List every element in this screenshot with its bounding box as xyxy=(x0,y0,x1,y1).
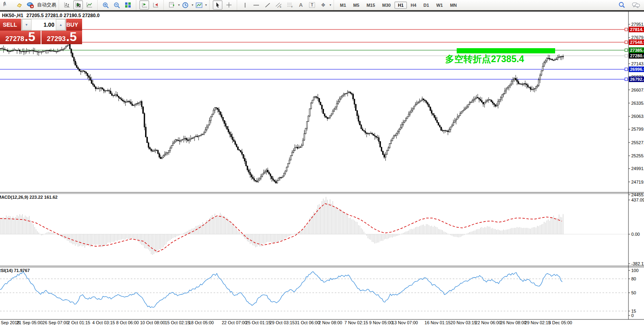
bar-chart-icon[interactable] xyxy=(62,0,72,10)
line-chart-icon[interactable] xyxy=(84,0,94,10)
arrows-dropdown-arrow[interactable]: ▾ xyxy=(330,3,331,7)
trendline-icon[interactable] xyxy=(263,0,272,10)
zoom-in-icon[interactable] xyxy=(101,0,110,10)
candle-bear xyxy=(273,179,274,180)
candle-bull xyxy=(446,131,447,131)
candle-bear xyxy=(19,50,20,51)
candle-bull xyxy=(412,108,413,110)
autotrading-label[interactable]: 自动交易 xyxy=(37,2,56,8)
candle-bear xyxy=(519,84,520,84)
periods-icon[interactable] xyxy=(181,0,190,10)
candle-bear xyxy=(216,108,217,108)
candlestick-chart-icon[interactable] xyxy=(73,0,83,10)
candle-bear xyxy=(129,101,130,102)
candle-bull xyxy=(391,141,392,143)
svg-text:F: F xyxy=(291,6,293,8)
candle-bear xyxy=(178,140,179,141)
volume-input[interactable] xyxy=(31,19,56,30)
candle-bull xyxy=(298,147,300,148)
candle-bear xyxy=(84,71,86,72)
candle-bull xyxy=(185,138,186,139)
timeframe-button-m5[interactable]: M5 xyxy=(350,2,362,9)
candle-bear xyxy=(110,91,111,94)
horizontal-line-icon[interactable] xyxy=(251,0,261,10)
price-chart-canvas[interactable]: 27951.027679.027143.026871.026607.026335… xyxy=(0,0,644,325)
candle-bull xyxy=(408,114,409,117)
new-order-icon[interactable] xyxy=(167,0,177,10)
templates-icon[interactable] xyxy=(194,0,204,10)
candle-bull xyxy=(195,136,196,137)
timeframe-button-m15[interactable]: M15 xyxy=(363,2,378,9)
candle-bear xyxy=(80,71,81,71)
crosshair-icon[interactable] xyxy=(224,0,234,10)
candle-bull xyxy=(544,62,545,66)
candle-bull xyxy=(389,144,391,148)
buy-price[interactable]: 27293.5 xyxy=(41,31,82,44)
volume-stepper: ▼ ▲ xyxy=(22,19,66,31)
candle-bear xyxy=(515,78,516,80)
tile-windows-icon[interactable] xyxy=(123,0,133,10)
price-tick-label: 24991.0 xyxy=(631,166,644,171)
chat-icon[interactable] xyxy=(631,0,641,10)
search-icon[interactable] xyxy=(617,0,626,10)
sell-price[interactable]: 27278.5 xyxy=(0,31,41,44)
candle-bull xyxy=(554,59,556,60)
text-icon[interactable]: A xyxy=(296,0,306,10)
candle-bull xyxy=(288,164,289,167)
new-order-button-partial[interactable]: 单 xyxy=(3,0,13,10)
candle-bear xyxy=(88,76,90,77)
candle-bull xyxy=(414,106,415,108)
candle-bull xyxy=(507,87,508,89)
periods-dropdown-arrow[interactable]: ▾ xyxy=(192,3,193,7)
candle-bull xyxy=(410,112,411,114)
candle-bear xyxy=(240,151,242,152)
candle-bear xyxy=(52,51,53,51)
templates-dropdown-arrow[interactable]: ▾ xyxy=(205,3,207,7)
candle-bull xyxy=(289,160,290,164)
autotrading-icon[interactable] xyxy=(26,0,35,10)
volume-increase-button[interactable]: ▲ xyxy=(56,19,65,30)
volume-decrease-button[interactable]: ▼ xyxy=(22,19,31,30)
vertical-line-icon[interactable] xyxy=(240,0,250,10)
candle-bull xyxy=(407,117,408,119)
candle-bull xyxy=(265,172,266,173)
new-order-dropdown-arrow[interactable]: ▾ xyxy=(178,3,180,7)
candle-bull xyxy=(175,140,176,142)
data-window-icon[interactable] xyxy=(14,0,24,10)
candle-bear xyxy=(148,143,149,147)
candle-bull xyxy=(305,128,306,133)
timeframe-button-h1[interactable]: H1 xyxy=(395,2,406,9)
candle-bear xyxy=(439,125,440,127)
candle-bull xyxy=(385,154,386,157)
candle-bear xyxy=(530,87,531,89)
candle-bull xyxy=(457,117,458,119)
candle-bull xyxy=(206,127,208,130)
zoom-out-icon[interactable] xyxy=(112,0,122,10)
arrows-tool-icon[interactable]: ❖ xyxy=(318,0,328,10)
candle-bull xyxy=(295,148,296,151)
timeframe-button-m1[interactable]: M1 xyxy=(337,2,349,9)
cursor-icon[interactable] xyxy=(213,0,222,10)
candle-bull xyxy=(126,101,128,102)
timeframe-button-w1[interactable]: W1 xyxy=(433,2,446,9)
timeframe-button-mn[interactable]: MN xyxy=(447,2,460,9)
text-label-icon[interactable]: T xyxy=(307,0,317,10)
candle-bull xyxy=(542,66,544,70)
candle-bear xyxy=(324,114,325,116)
timeframe-button-d1[interactable]: D1 xyxy=(420,2,432,9)
candle-bull xyxy=(133,105,134,106)
candle-bear xyxy=(112,94,113,95)
indicator-tick-label: 80 xyxy=(631,276,636,281)
candle-bull xyxy=(134,104,135,106)
candle-bull xyxy=(462,110,463,112)
fibonacci-icon[interactable]: F xyxy=(285,0,295,10)
candle-bull xyxy=(465,108,466,110)
timeframe-button-h4[interactable]: H4 xyxy=(408,2,420,9)
buy-button[interactable]: BUY xyxy=(66,19,82,31)
chart-shift-icon[interactable] xyxy=(139,0,149,10)
equidistant-channel-icon[interactable]: E xyxy=(274,0,283,10)
candle-bear xyxy=(297,147,298,148)
sell-button[interactable]: SELL xyxy=(0,19,22,31)
auto-scroll-icon[interactable] xyxy=(151,0,160,10)
timeframe-button-m30[interactable]: M30 xyxy=(379,2,394,9)
